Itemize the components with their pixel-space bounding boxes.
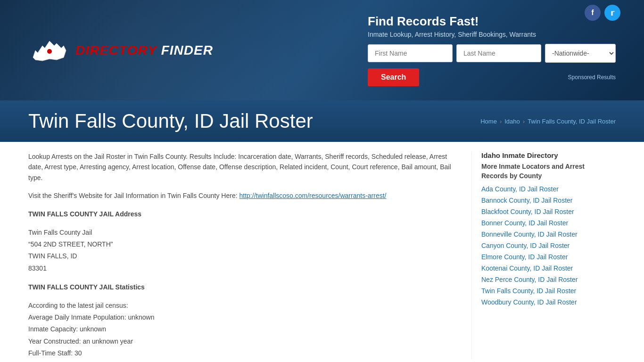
breadcrumb-sep-1: › bbox=[500, 118, 502, 125]
find-records-subtitle: Inmate Lookup, Arrest History, Sheriff B… bbox=[368, 31, 616, 38]
header: Directory Finder Find Records Fast! Inma… bbox=[0, 0, 644, 100]
main-content: Lookup Arrests on the Jail Roster in Twi… bbox=[0, 142, 644, 362]
page-title-bar: Twin Falls County, ID Jail Roster Home ›… bbox=[0, 100, 644, 142]
search-button[interactable]: Search bbox=[368, 68, 419, 86]
content-left: Lookup Arrests on the Jail Roster in Twi… bbox=[28, 151, 471, 359]
sidebar-directory-title: Idaho Inmate Directory bbox=[481, 151, 594, 159]
breadcrumb-sep-2: › bbox=[523, 118, 525, 125]
sidebar-more-locators-title: More Inmate Locators and Arrest Records … bbox=[481, 162, 594, 181]
stats-constructed: Year Constructed: an unknown year bbox=[28, 336, 453, 347]
list-item: Ada County, ID Jail Roster bbox=[481, 185, 594, 193]
list-item: Nez Perce County, ID Jail Roster bbox=[481, 276, 594, 283]
sheriff-intro-text: Visit the Sheriff's Website for Jail Inf… bbox=[28, 192, 238, 199]
list-item: Blackfoot County, ID Jail Roster bbox=[481, 208, 594, 215]
list-item: Bannock County, ID Jail Roster bbox=[481, 197, 594, 204]
logo-area: Directory Finder bbox=[28, 36, 213, 65]
stats-label: TWIN FALLS COUNTY JAIL Statistics bbox=[28, 282, 453, 292]
address-line2: TWIN FALLS, ID bbox=[28, 250, 453, 262]
list-item: Kootenai County, ID Jail Roster bbox=[481, 264, 594, 272]
sponsored-text: Sponsored Results bbox=[568, 74, 616, 81]
list-item: Twin Falls County, ID Jail Roster bbox=[481, 287, 594, 295]
sidebar-link[interactable]: Bonner County, ID Jail Roster bbox=[481, 219, 568, 227]
sidebar-links-list: Ada County, ID Jail RosterBannock County… bbox=[481, 185, 594, 306]
sidebar-link[interactable]: Canyon County, ID Jail Roster bbox=[481, 242, 570, 249]
list-item: Elmore County, ID Jail Roster bbox=[481, 253, 594, 261]
logo-text: Directory Finder bbox=[75, 43, 213, 58]
stats-section: TWIN FALLS COUNTY JAIL Statistics Accord… bbox=[28, 282, 453, 359]
search-area: Find Records Fast! Inmate Lookup, Arrest… bbox=[368, 14, 616, 86]
stats-intro: According to the latest jail census: bbox=[28, 300, 453, 312]
breadcrumb-state[interactable]: Idaho bbox=[504, 118, 520, 125]
sidebar-link[interactable]: Bannock County, ID Jail Roster bbox=[481, 197, 573, 204]
facebook-icon[interactable]: f bbox=[585, 5, 601, 21]
sidebar-link[interactable]: Twin Falls County, ID Jail Roster bbox=[481, 287, 576, 295]
first-name-input[interactable] bbox=[368, 44, 453, 62]
sidebar-link[interactable]: Nez Perce County, ID Jail Roster bbox=[481, 276, 578, 283]
sidebar: Idaho Inmate Directory More Inmate Locat… bbox=[471, 151, 594, 359]
list-item: Bonneville County, ID Jail Roster bbox=[481, 230, 594, 238]
stats-capacity: Inmate Capacity: unknown bbox=[28, 323, 453, 335]
list-item: Canyon County, ID Jail Roster bbox=[481, 242, 594, 249]
list-item: Woodbury County, ID Jail Roster bbox=[481, 298, 594, 306]
stats-text: According to the latest jail census: Ave… bbox=[28, 300, 453, 359]
breadcrumb-home[interactable]: Home bbox=[480, 118, 497, 125]
sidebar-link[interactable]: Bonneville County, ID Jail Roster bbox=[481, 230, 578, 238]
breadcrumb: Home › Idaho › Twin Falls County, ID Jai… bbox=[480, 118, 616, 125]
twitter-icon[interactable]: 𝕣 bbox=[604, 5, 620, 21]
page-title: Twin Falls County, ID Jail Roster bbox=[28, 110, 313, 132]
address-text: Twin Falls County Jail “504 2ND STREET, … bbox=[28, 227, 453, 274]
stats-staff: Full-Time Staff: 30 bbox=[28, 347, 453, 359]
sidebar-link[interactable]: Elmore County, ID Jail Roster bbox=[481, 253, 568, 261]
social-bar: f 𝕣 bbox=[585, 5, 620, 21]
address-label: TWIN FALLS COUNTY JAIL Address bbox=[28, 209, 453, 219]
sheriff-paragraph: Visit the Sheriff's Website for Jail Inf… bbox=[28, 190, 453, 201]
intro-paragraph: Lookup Arrests on the Jail Roster in Twi… bbox=[28, 151, 453, 183]
sidebar-link[interactable]: Ada County, ID Jail Roster bbox=[481, 185, 559, 193]
find-records-title: Find Records Fast! bbox=[368, 14, 616, 29]
address-name: Twin Falls County Jail bbox=[28, 227, 453, 239]
logo-map bbox=[28, 36, 71, 65]
sheriff-link[interactable]: http://twinfallscoso.com/resources/warra… bbox=[239, 192, 387, 199]
stats-population: Average Daily Inmate Population: unknown bbox=[28, 312, 453, 323]
last-name-input[interactable] bbox=[456, 44, 541, 62]
location-select[interactable]: -Nationwide- bbox=[545, 44, 616, 63]
address-section: TWIN FALLS COUNTY JAIL Address Twin Fall… bbox=[28, 209, 453, 274]
list-item: Bonner County, ID Jail Roster bbox=[481, 219, 594, 227]
sidebar-link[interactable]: Kootenai County, ID Jail Roster bbox=[481, 264, 573, 272]
address-line1: “504 2ND STREET, NORTH” bbox=[28, 239, 453, 250]
sidebar-link[interactable]: Blackfoot County, ID Jail Roster bbox=[481, 208, 574, 215]
svg-point-0 bbox=[47, 49, 52, 54]
search-row: -Nationwide- bbox=[368, 44, 616, 63]
breadcrumb-current[interactable]: Twin Falls County, ID Jail Roster bbox=[528, 118, 616, 125]
sidebar-link[interactable]: Woodbury County, ID Jail Roster bbox=[481, 298, 577, 306]
address-zip: 83301 bbox=[28, 263, 453, 274]
